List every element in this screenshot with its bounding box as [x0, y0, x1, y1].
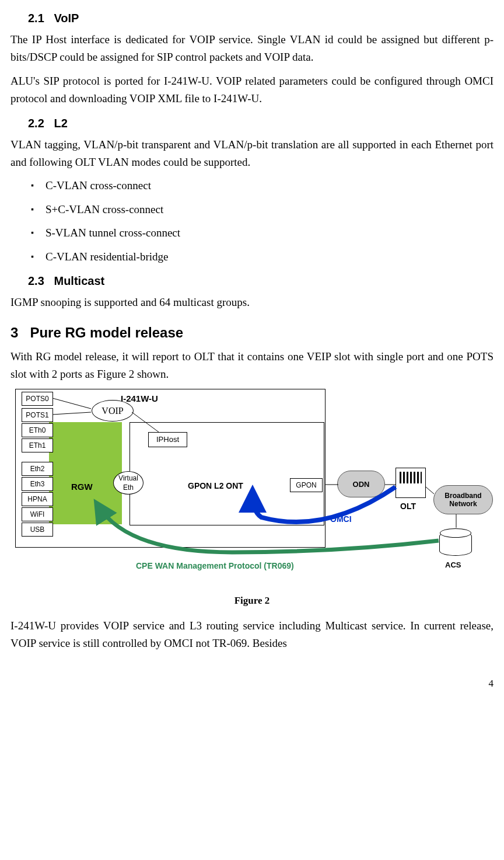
broadband-cloud: BroadbandNetwork — [433, 485, 493, 514]
heading-2-3: 2.3 Multicast — [28, 271, 494, 290]
heading-2-2: 2.2 L2 — [28, 114, 494, 133]
paragraph: With RG model release, it will report to… — [10, 348, 494, 384]
figure-2-diagram: I-241W-U RGW GPON L2 ONT IPHost VirtualE… — [10, 389, 494, 584]
omci-label: OMCI — [330, 513, 352, 525]
odn-cloud: ODN — [337, 471, 385, 497]
list-item: S+C-VLAN cross-connect — [31, 201, 494, 218]
heading-title: VoIP — [54, 12, 79, 25]
olt-label: OLT — [400, 500, 416, 513]
paragraph: ALU's SIP protocol is ported for I-241W-… — [10, 72, 494, 108]
cpe-wan-label: CPE WAN Management Protocol (TR069) — [136, 559, 294, 572]
acs-label: ACS — [445, 559, 461, 572]
olt-icon — [400, 472, 422, 483]
port-eth1: ETh1 — [22, 438, 53, 452]
heading-2-1: 2.1 VoIP — [28, 9, 494, 27]
port-pots1: POTS1 — [22, 408, 53, 422]
svg-line-5 — [426, 487, 434, 494]
heading-title: Multicast — [54, 274, 104, 287]
port-wifi: WiFI — [22, 507, 53, 521]
port-usb: USB — [22, 523, 53, 537]
acs-cylinder — [439, 531, 472, 556]
olt-box — [396, 468, 426, 498]
heading-number: 2.3 — [28, 274, 44, 287]
port-pots0: POTS0 — [22, 392, 53, 406]
port-hpna: HPNA — [22, 492, 53, 506]
bullet-list: C-VLAN cross-connect S+C-VLAN cross-conn… — [10, 177, 494, 266]
list-item: S-VLAN tunnel cross-connect — [31, 224, 494, 242]
paragraph: VLAN tagging, VLAN/p-bit transparent and… — [10, 136, 494, 172]
paragraph: I-241W-U provides VOIP service and L3 ro… — [10, 617, 494, 653]
heading-number: 2.1 — [28, 12, 44, 25]
device-outer-box: I-241W-U RGW GPON L2 ONT IPHost VirtualE… — [15, 389, 326, 548]
port-eth0: ETh0 — [22, 423, 53, 437]
heading-number: 3 — [10, 325, 18, 340]
paragraph: The IP Host interface is dedicated for V… — [10, 31, 494, 67]
voip-ellipse: VOIP — [92, 400, 134, 422]
port-eth2: Eth2 — [22, 462, 53, 476]
rgw-box — [49, 422, 122, 524]
heading-3: 3 Pure RG model release — [10, 322, 494, 344]
gpon-port-box: GPON — [290, 478, 323, 492]
heading-number: 2.2 — [28, 117, 44, 130]
list-item: C-VLAN cross-connect — [31, 177, 494, 194]
paragraph: IGMP snooping is supported and 64 multic… — [10, 294, 494, 311]
rgw-label: RGW — [71, 480, 93, 494]
heading-title: Pure RG model release — [30, 325, 183, 340]
heading-title: L2 — [54, 117, 67, 130]
iphost-box: IPHost — [148, 432, 187, 447]
figure-caption: Figure 2 — [10, 593, 494, 608]
page-number: 4 — [10, 676, 494, 691]
list-item: C-VLAN residential-bridge — [31, 248, 494, 266]
port-eth3: Eth3 — [22, 477, 53, 491]
gpon-l2-label: GPON L2 ONT — [188, 479, 243, 492]
